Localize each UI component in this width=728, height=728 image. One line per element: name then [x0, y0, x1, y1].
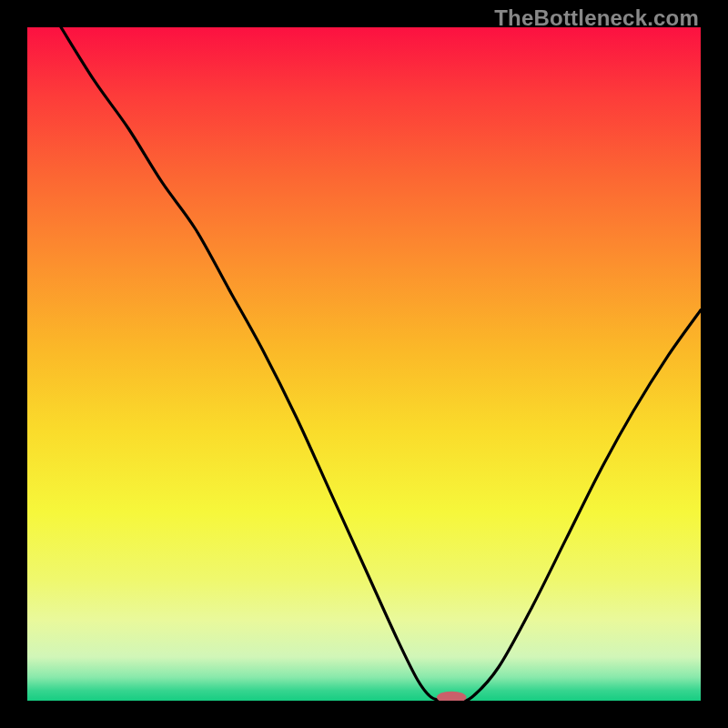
chart-svg: [27, 27, 701, 701]
chart-frame: TheBottleneck.com: [0, 0, 728, 728]
plot-area: [27, 27, 701, 701]
